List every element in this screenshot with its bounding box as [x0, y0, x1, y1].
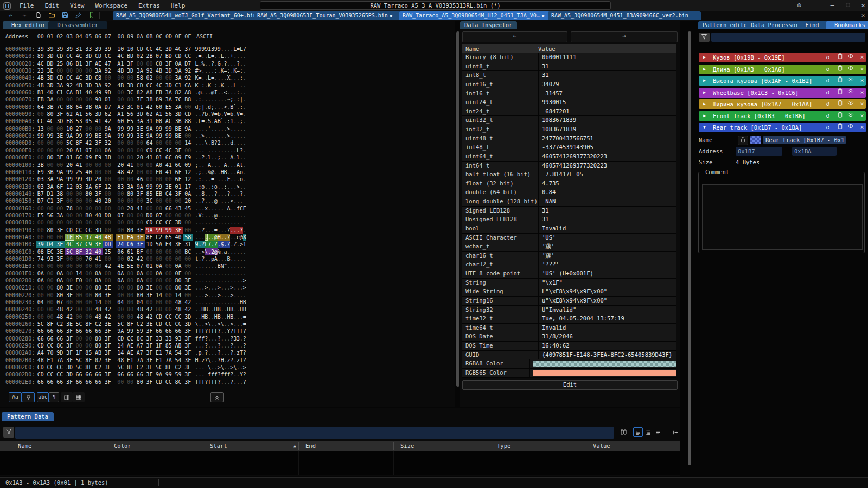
- hex-byte[interactable]: CC: [103, 53, 113, 60]
- hex-byte[interactable]: 3F: [183, 371, 193, 378]
- hex-byte[interactable]: 4E: [116, 262, 126, 269]
- ascii-char[interactable]: >: [243, 284, 246, 291]
- hex-byte[interactable]: 8C: [55, 342, 65, 349]
- hex-byte[interactable]: 5C: [74, 357, 84, 364]
- hex-byte[interactable]: 3A: [55, 212, 65, 219]
- close-icon[interactable]: ×: [858, 76, 866, 86]
- hex-byte[interactable]: 13: [36, 125, 46, 132]
- hex-byte[interactable]: CC: [65, 53, 74, 60]
- ascii-char[interactable]: .: [243, 227, 246, 234]
- edit-button[interactable]: Edit: [462, 380, 678, 390]
- triangle-right-icon[interactable]: ▶: [703, 88, 706, 98]
- hex-byte[interactable]: 80: [125, 190, 135, 197]
- ascii-char[interactable]: @: [214, 197, 218, 204]
- hex-byte[interactable]: 3E: [103, 284, 113, 291]
- hex-byte[interactable]: 70: [46, 349, 55, 356]
- hex-byte[interactable]: 58: [183, 234, 193, 241]
- hex-byte[interactable]: 99: [154, 227, 164, 234]
- hex-byte[interactable]: 3F: [145, 378, 155, 386]
- hex-byte[interactable]: 64: [74, 104, 84, 111]
- hex-byte[interactable]: 09: [84, 154, 93, 161]
- hex-byte[interactable]: 80: [174, 284, 183, 291]
- ascii-char[interactable]: .: [243, 270, 246, 277]
- hex-byte[interactable]: 66: [74, 378, 84, 386]
- hex-byte[interactable]: 00: [93, 262, 103, 269]
- hex-byte[interactable]: 00: [93, 219, 103, 226]
- hex-byte[interactable]: 00: [125, 270, 135, 277]
- triangle-right-icon[interactable]: ▶: [703, 65, 706, 74]
- hex-byte[interactable]: 3A: [55, 82, 65, 89]
- ascii-char[interactable]: .: [243, 212, 246, 219]
- list-flat-icon[interactable]: [653, 427, 663, 437]
- hex-byte[interactable]: 00: [36, 306, 46, 313]
- hex-byte[interactable]: 00: [84, 219, 93, 226]
- hex-byte[interactable]: E4: [164, 241, 174, 248]
- hex-byte[interactable]: 24: [116, 241, 126, 248]
- hex-byte[interactable]: E5: [164, 104, 174, 111]
- hex-byte[interactable]: AE: [125, 349, 135, 356]
- hex-byte[interactable]: 99: [164, 125, 174, 132]
- hex-byte[interactable]: BE: [174, 125, 183, 132]
- hex-byte[interactable]: CC: [74, 227, 84, 234]
- hex-byte[interactable]: 4C: [174, 46, 183, 53]
- hex-byte[interactable]: 66: [36, 328, 46, 335]
- hex-byte[interactable]: 42: [65, 313, 74, 320]
- jump-icon[interactable]: ↺: [824, 123, 832, 132]
- pattern-column-color[interactable]: Color: [114, 441, 131, 451]
- feedback-smiley-icon[interactable]: ☺: [794, 1, 804, 10]
- hex-byte[interactable]: 00: [84, 125, 93, 132]
- hex-byte[interactable]: CC: [46, 364, 55, 371]
- hex-byte[interactable]: 00: [125, 154, 135, 161]
- hex-byte[interactable]: 00: [145, 169, 155, 176]
- hex-byte[interactable]: D0: [103, 212, 113, 219]
- hex-byte[interactable]: 04: [135, 299, 145, 306]
- hex-byte[interactable]: 85: [74, 234, 84, 241]
- hex-byte[interactable]: 3F: [145, 342, 155, 349]
- menu-extras[interactable]: Extras: [133, 2, 165, 9]
- clipboard-icon[interactable]: [835, 123, 844, 132]
- hex-byte[interactable]: 93: [46, 255, 55, 262]
- ascii-char[interactable]: .: [243, 219, 246, 226]
- hex-byte[interactable]: 3F: [145, 328, 155, 335]
- grid-icon[interactable]: [73, 392, 85, 402]
- hex-byte[interactable]: 12: [183, 176, 193, 183]
- hex-byte[interactable]: BF: [135, 248, 145, 255]
- inspector-row-value[interactable]: '蔟': [539, 242, 676, 251]
- hex-byte[interactable]: 3E: [46, 67, 55, 74]
- hex-byte[interactable]: EB: [154, 190, 164, 197]
- hex-byte[interactable]: 00: [164, 74, 174, 81]
- hex-byte[interactable]: AC: [164, 118, 174, 125]
- hex-byte[interactable]: CC: [154, 219, 164, 226]
- hex-byte[interactable]: 3F: [65, 328, 74, 335]
- hex-byte[interactable]: 06: [65, 60, 74, 67]
- hex-byte[interactable]: 00: [74, 67, 84, 74]
- hex-byte[interactable]: 01: [174, 183, 183, 190]
- undo-icon[interactable]: ↶: [5, 12, 15, 20]
- address-to-input[interactable]: [792, 147, 837, 156]
- triangle-right-icon[interactable]: ▶: [703, 76, 706, 86]
- hex-byte[interactable]: C2: [55, 320, 65, 328]
- eye-icon[interactable]: [846, 53, 855, 62]
- hex-byte[interactable]: 99: [116, 132, 126, 139]
- hex-byte[interactable]: 9A: [55, 169, 65, 176]
- hex-byte[interactable]: 02: [125, 255, 135, 262]
- hex-byte[interactable]: 97: [84, 234, 93, 241]
- ascii-char[interactable]: .: [221, 205, 224, 212]
- inspector-row-value[interactable]: 4605741269377320223: [539, 162, 676, 170]
- hex-byte[interactable]: B8: [183, 96, 193, 103]
- hex-byte[interactable]: 92: [103, 82, 113, 89]
- hex-byte[interactable]: BD: [125, 53, 135, 60]
- hex-byte[interactable]: 3E: [145, 292, 155, 299]
- hex-byte[interactable]: 64: [36, 104, 46, 111]
- book-columns-icon[interactable]: [618, 427, 628, 437]
- hex-byte[interactable]: 02: [145, 74, 155, 81]
- hex-byte[interactable]: CD: [116, 335, 126, 342]
- hex-byte[interactable]: 00: [164, 299, 174, 306]
- ascii-char[interactable]: .: [243, 53, 246, 60]
- hex-byte[interactable]: 14: [116, 342, 126, 349]
- hex-byte[interactable]: 80: [135, 292, 145, 299]
- inspector-row-value[interactable]: {4097851F-E148-3FEA-8FC2-65405839D43F}: [539, 351, 676, 359]
- hex-byte[interactable]: 42: [145, 306, 155, 313]
- hex-byte[interactable]: 3D: [183, 320, 193, 328]
- hex-byte[interactable]: 3F: [183, 328, 193, 335]
